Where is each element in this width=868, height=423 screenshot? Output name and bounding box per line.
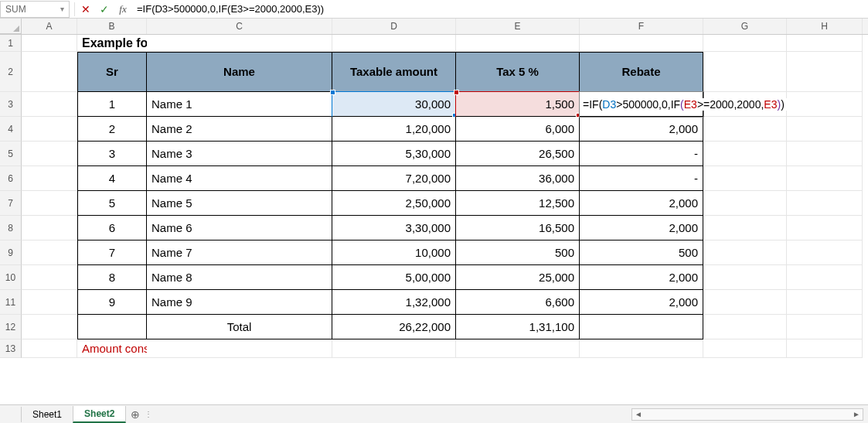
cell-rebate-editing[interactable]: =IF(D3>500000,0,IF(E3>=2000,2000,E3)) bbox=[580, 92, 703, 117]
cell-note[interactable]: Amount considered whichever is lesser bbox=[77, 339, 147, 358]
row-header[interactable]: 13 bbox=[0, 339, 22, 358]
cell[interactable] bbox=[787, 52, 863, 92]
cell-sr[interactable]: 8 bbox=[77, 265, 147, 290]
cell[interactable] bbox=[22, 52, 77, 92]
cell-sr[interactable]: 7 bbox=[77, 240, 147, 265]
cell[interactable] bbox=[22, 216, 77, 240]
cell-name[interactable]: Name 2 bbox=[147, 117, 332, 142]
cell-name[interactable]: Name 4 bbox=[147, 166, 332, 191]
col-header[interactable]: B bbox=[77, 19, 147, 34]
cell-sr[interactable]: 9 bbox=[77, 290, 147, 315]
cell[interactable] bbox=[703, 52, 787, 92]
row-header[interactable]: 10 bbox=[0, 265, 22, 290]
cell-name[interactable]: Name 1 bbox=[147, 92, 332, 117]
cell-taxable[interactable]: 2,50,000 bbox=[332, 191, 456, 216]
cell-rebate[interactable]: 2,000 bbox=[580, 290, 703, 315]
cell-tax[interactable]: 500 bbox=[456, 240, 580, 265]
cell[interactable] bbox=[332, 339, 456, 358]
header-rebate[interactable]: Rebate bbox=[580, 52, 703, 92]
cell[interactable] bbox=[703, 240, 787, 265]
cell-taxable[interactable]: 10,000 bbox=[332, 240, 456, 265]
cell[interactable] bbox=[580, 315, 703, 339]
cell-sr[interactable]: 1 bbox=[77, 92, 147, 117]
cell-sr[interactable]: 6 bbox=[77, 216, 147, 240]
cell[interactable] bbox=[147, 339, 332, 358]
scroll-right-icon[interactable]: ► bbox=[850, 410, 863, 418]
cell-tax[interactable]: 25,000 bbox=[456, 265, 580, 290]
cell-name[interactable]: Name 5 bbox=[147, 191, 332, 216]
cell-tax[interactable]: 1,500 bbox=[456, 92, 580, 117]
cell[interactable] bbox=[703, 290, 787, 315]
cell-total-tax[interactable]: 1,31,100 bbox=[456, 315, 580, 339]
cell[interactable] bbox=[787, 191, 863, 216]
cell-tax[interactable]: 6,600 bbox=[456, 290, 580, 315]
cell-name[interactable]: Name 7 bbox=[147, 240, 332, 265]
col-header[interactable]: E bbox=[456, 19, 580, 34]
cell-name[interactable]: Name 6 bbox=[147, 216, 332, 240]
cell[interactable] bbox=[22, 315, 77, 339]
cell[interactable] bbox=[22, 191, 77, 216]
cell[interactable] bbox=[456, 339, 580, 358]
cell-name[interactable]: Name 9 bbox=[147, 290, 332, 315]
cell-tax[interactable]: 36,000 bbox=[456, 166, 580, 191]
cell[interactable] bbox=[703, 166, 787, 191]
cell[interactable] bbox=[787, 290, 863, 315]
cell[interactable] bbox=[22, 240, 77, 265]
cancel-icon[interactable]: ✕ bbox=[78, 2, 94, 17]
cell[interactable] bbox=[787, 339, 863, 358]
cell-tax[interactable]: 12,500 bbox=[456, 191, 580, 216]
header-sr[interactable]: Sr bbox=[77, 52, 147, 92]
cell-taxable[interactable]: 5,30,000 bbox=[332, 142, 456, 166]
row-header[interactable]: 7 bbox=[0, 191, 22, 216]
horizontal-scrollbar[interactable]: ◄ ► bbox=[631, 408, 863, 421]
cell[interactable] bbox=[787, 216, 863, 240]
col-header[interactable]: D bbox=[332, 19, 456, 34]
cell[interactable] bbox=[787, 92, 863, 117]
cell[interactable] bbox=[22, 92, 77, 117]
enter-icon[interactable]: ✓ bbox=[97, 2, 112, 17]
cell-sr[interactable]: 2 bbox=[77, 117, 147, 142]
cell-taxable[interactable]: 5,00,000 bbox=[332, 265, 456, 290]
row-header[interactable]: 4 bbox=[0, 117, 22, 142]
cell[interactable] bbox=[787, 117, 863, 142]
header-taxable[interactable]: Taxable amount bbox=[332, 52, 456, 92]
row-header[interactable]: 5 bbox=[0, 142, 22, 166]
cell-name[interactable]: Name 3 bbox=[147, 142, 332, 166]
row-header[interactable]: 6 bbox=[0, 166, 22, 191]
cell[interactable] bbox=[787, 315, 863, 339]
col-header[interactable]: G bbox=[703, 19, 787, 34]
cell-tax[interactable]: 26,500 bbox=[456, 142, 580, 166]
cell[interactable] bbox=[703, 265, 787, 290]
cell[interactable] bbox=[703, 191, 787, 216]
cell-total-label[interactable]: Total bbox=[147, 315, 332, 339]
cell-title[interactable]: Example for Limit Calculation bbox=[77, 35, 147, 52]
cell-taxable[interactable]: 30,000 bbox=[332, 92, 456, 117]
cell-rebate[interactable]: 2,000 bbox=[580, 265, 703, 290]
cell-tax[interactable]: 6,000 bbox=[456, 117, 580, 142]
cell[interactable] bbox=[703, 216, 787, 240]
cell[interactable] bbox=[332, 35, 456, 52]
cell-taxable[interactable]: 1,32,000 bbox=[332, 290, 456, 315]
row-header[interactable]: 2 bbox=[0, 52, 22, 92]
cell-sr[interactable]: 3 bbox=[77, 142, 147, 166]
formula-input[interactable] bbox=[132, 1, 868, 18]
cell-rebate[interactable]: 2,000 bbox=[580, 191, 703, 216]
add-sheet-button[interactable]: ⊕ bbox=[126, 408, 145, 421]
cell-name[interactable]: Name 8 bbox=[147, 265, 332, 290]
tab-sheet1[interactable]: Sheet1 bbox=[21, 407, 73, 422]
row-header[interactable]: 12 bbox=[0, 315, 22, 339]
cell[interactable] bbox=[147, 35, 332, 52]
cell[interactable] bbox=[703, 315, 787, 339]
cell[interactable] bbox=[22, 166, 77, 191]
cell[interactable] bbox=[77, 315, 147, 339]
row-header[interactable]: 3 bbox=[0, 92, 22, 117]
chevron-down-icon[interactable]: ▾ bbox=[60, 5, 64, 13]
cell[interactable] bbox=[22, 142, 77, 166]
row-header[interactable]: 1 bbox=[0, 35, 22, 52]
cell[interactable] bbox=[703, 35, 787, 52]
cell[interactable] bbox=[580, 35, 703, 52]
cell-sr[interactable]: 4 bbox=[77, 166, 147, 191]
scroll-left-icon[interactable]: ◄ bbox=[632, 410, 645, 418]
select-all-corner[interactable] bbox=[0, 19, 22, 34]
cell[interactable] bbox=[22, 290, 77, 315]
